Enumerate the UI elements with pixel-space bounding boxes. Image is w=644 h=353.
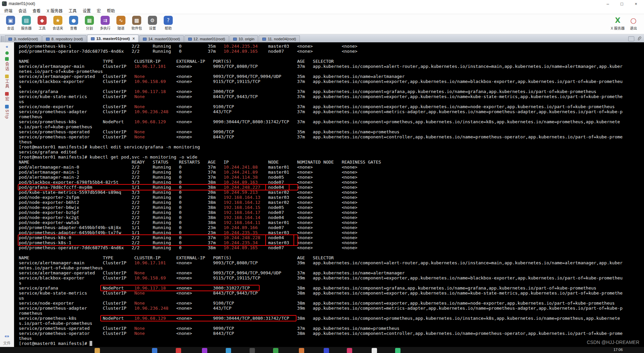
session-tab-0[interactable]: 3. node6(root) (5, 35, 42, 42)
toolbar-exit-button[interactable]: ○退出 (626, 15, 641, 31)
watermark: CSDN @HJJ-DREAMER (587, 340, 639, 345)
tab-bar: 3. node6(root)8. repository (root)13. ma… (0, 34, 644, 42)
sidebar-tab-1[interactable]: 工具 (4, 75, 10, 89)
sidebar-tab-2[interactable]: 宏 (4, 92, 10, 101)
session-tab-3[interactable]: 14. master03(root) (139, 35, 184, 42)
sessions-icon (5, 57, 9, 61)
session-tab-2[interactable]: 13. master01(root)× (87, 35, 139, 42)
exit-label: 退出 (630, 26, 637, 31)
tab-label: 10. origin (238, 37, 254, 41)
taskbar-icon-8[interactable] (324, 348, 329, 353)
collapse-sidebar-button[interactable]: « (6, 44, 8, 49)
packages-label: 软件包 (131, 26, 142, 31)
new-session-icon[interactable] (5, 51, 9, 55)
tunneling-icon: ∿ (116, 16, 125, 25)
session-tab-4[interactable]: 12. master01(root) (184, 35, 229, 42)
session-tab-1[interactable]: 8. repository (root) (42, 35, 87, 42)
toolbar-multiexec-button[interactable]: ⇉多执行 (97, 15, 113, 31)
sidebar-tab-0[interactable]: 会话 (4, 57, 10, 71)
attachments-icon[interactable] (637, 36, 642, 41)
terminal[interactable]: pod/prometheus-k8s-1 2/2 Running 0 35m 1… (14, 42, 644, 347)
taskbar-icon-10[interactable] (372, 348, 377, 353)
toolbar-settings-button[interactable]: ⚙设置 (145, 15, 160, 31)
sessions-folder-icon: ★ (53, 16, 62, 25)
settings-label: 设置 (149, 26, 156, 31)
packages-icon: ▩ (132, 16, 141, 25)
terminal-tab-icon (233, 38, 237, 41)
taskbar-icon-2[interactable] (176, 348, 181, 353)
x-server-label: X 服务器 (611, 26, 625, 31)
tab-label: 3. node6(root) (14, 37, 38, 41)
tab-label: 11. node04(root) (268, 37, 296, 41)
help-icon: ? (164, 16, 173, 25)
menu-item-6[interactable]: 宏 (94, 7, 104, 14)
maximize-button[interactable]: □ (616, 0, 628, 7)
exit-icon: ○ (629, 16, 638, 25)
menu-item-2[interactable]: 查看 (30, 7, 44, 14)
help-label: 帮助 (165, 26, 172, 31)
toolbar-view-button[interactable]: ●查看 (66, 15, 82, 31)
settings-icon: ⚙ (148, 16, 157, 25)
taskbar-icon-9[interactable] (347, 348, 352, 353)
menu-item-0[interactable]: 终端 (1, 7, 15, 14)
app-window: master01(root) – □ × 终端会话查看X 服务器工具设置宏帮助 … (0, 0, 644, 347)
window-title: master01(root) (9, 1, 35, 6)
taskbar-icon-3[interactable] (202, 348, 207, 353)
taskbar-icon-1[interactable] (152, 348, 157, 353)
terminal-tab-icon (262, 38, 266, 41)
tools-label: 工具 (39, 26, 46, 31)
toolbar-tools-button[interactable]: ◆工具 (34, 15, 50, 31)
app-icon (2, 1, 7, 6)
sessions-folder-label: 会话夹 (53, 26, 63, 31)
terminal-tab-icon (143, 38, 147, 41)
taskbar-icon-7[interactable] (299, 348, 304, 353)
sftp-icon (5, 105, 9, 108)
view-icon: ● (69, 16, 78, 25)
x-server-icon: X (613, 16, 622, 25)
menu-item-5[interactable]: 设置 (79, 7, 94, 14)
sidebar-tab-label: 会话 (4, 62, 10, 71)
menu-item-1[interactable]: 会话 (15, 7, 30, 14)
terminal-text[interactable]: pod/prometheus-k8s-1 2/2 Running 0 35m 1… (19, 44, 623, 346)
macros-icon (5, 92, 9, 96)
taskbar-icon-6[interactable] (273, 348, 278, 353)
taskbar-icon-11[interactable] (395, 348, 400, 353)
sidebar-tab-sftp[interactable]: Sftp (5, 105, 9, 119)
taskbar-icon-0[interactable] (95, 348, 100, 353)
split-icon: ▦ (85, 16, 94, 25)
minimize-button[interactable]: – (602, 0, 614, 7)
close-button[interactable]: × (630, 0, 642, 7)
multiexec-icon: ⇉ (101, 16, 110, 25)
session-icon: ▣ (6, 16, 15, 25)
toolbar-tunneling-button[interactable]: ∿隧道 (113, 15, 129, 31)
sidebar-files-label: 文件 (3, 340, 11, 346)
menu-item-7[interactable]: 帮助 (104, 7, 118, 14)
sidebar-tab-label: 工具 (4, 79, 10, 89)
menu-item-4[interactable]: 工具 (65, 7, 79, 14)
tab-close-icon[interactable]: × (132, 36, 135, 41)
toolbar-help-button[interactable]: ?帮助 (160, 15, 176, 31)
toolbar-split-button[interactable]: ▦分割 (82, 15, 97, 31)
taskbar-icon-4[interactable] (226, 348, 231, 353)
split-label: 分割 (86, 26, 93, 31)
sidebar-tab-label: 宏 (4, 97, 10, 101)
sidebar-expand-arrows[interactable]: «» (5, 334, 9, 339)
toolbar: ▣会话▤服务器◆工具★会话夹●查看▦分割⇉多执行∿隧道▩软件包⚙设置?帮助 XX… (0, 14, 644, 34)
toolbar-packages-button[interactable]: ▩软件包 (129, 15, 145, 31)
session-tab-5[interactable]: 10. origin (229, 35, 258, 42)
tile-windows-button[interactable] (628, 36, 634, 41)
windows-taskbar: 17:06 (0, 347, 644, 353)
sidebar: « 会话工具宏Sftp «» 文件 (0, 42, 14, 347)
tab-label: 14. master03(root) (148, 37, 180, 41)
menu-item-3[interactable]: X 服务器 (44, 7, 65, 14)
taskbar-icon-5[interactable] (250, 348, 255, 353)
toolbar-sessions-folder-button[interactable]: ★会话夹 (50, 15, 66, 31)
session-tab-6[interactable]: 11. node04(root) (259, 35, 300, 42)
tab-label: 13. master01(root) (96, 37, 130, 41)
servers-icon: ▤ (22, 16, 31, 25)
terminal-tab-icon (8, 38, 12, 41)
toolbar-session-button[interactable]: ▣会话 (3, 15, 18, 31)
tools-icon: ◆ (38, 16, 47, 25)
toolbar-x-server-button[interactable]: XX 服务器 (610, 15, 626, 31)
toolbar-servers-button[interactable]: ▤服务器 (18, 15, 34, 31)
